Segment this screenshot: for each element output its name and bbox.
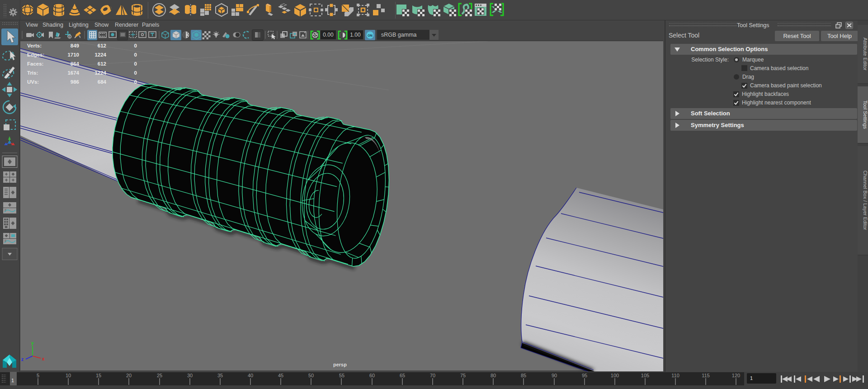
svg-text:x: x	[42, 356, 45, 361]
svg-text:y: y	[31, 341, 34, 346]
svg-text:z: z	[21, 357, 24, 362]
svg-text:ON: ON	[368, 34, 373, 37]
